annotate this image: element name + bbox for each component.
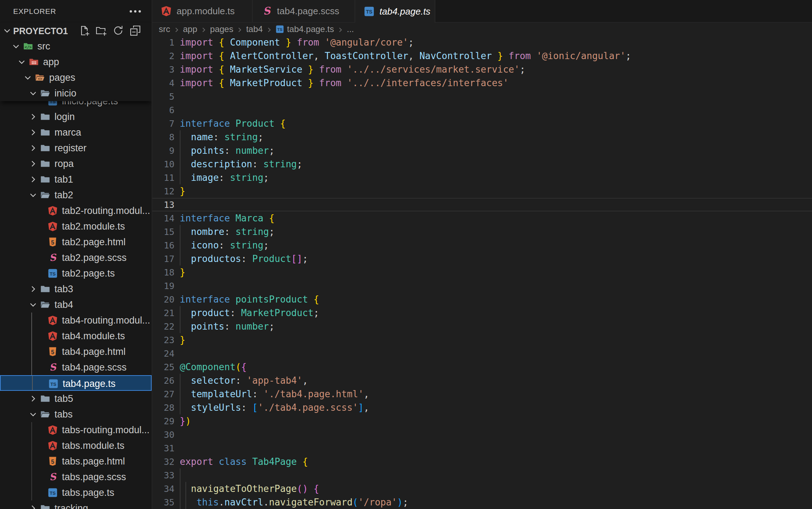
tree-item-tab4[interactable]: tab4 bbox=[0, 297, 152, 313]
line-number: 9 bbox=[152, 146, 174, 156]
code-text: import { Component } from '@angular/core… bbox=[180, 37, 414, 48]
tree-item-login[interactable]: login bbox=[0, 109, 152, 125]
line-number: 4 bbox=[152, 78, 174, 88]
breadcrumb-item-...[interactable]: ... bbox=[347, 24, 354, 34]
tree-item-tab4.module.ts[interactable]: tab4.module.ts bbox=[0, 328, 152, 344]
breadcrumb-item-src[interactable]: src bbox=[159, 24, 170, 34]
tree-item-tab4.page.ts[interactable]: TStab4.page.ts bbox=[0, 375, 152, 391]
tree-item-tab2.module.ts[interactable]: tab2.module.ts bbox=[0, 219, 152, 234]
breadcrumb-item-pages[interactable]: pages bbox=[210, 24, 233, 34]
tree-item-tab2.page.ts[interactable]: TStab2.page.ts bbox=[0, 266, 152, 281]
indent-guide bbox=[180, 320, 180, 333]
code-line-34: 34 navigateToOtherPage() { bbox=[152, 482, 812, 495]
tree-item-tracking[interactable]: tracking bbox=[0, 500, 152, 509]
code-text: interface pointsProduct { bbox=[180, 294, 319, 305]
code-line-19: 19 bbox=[152, 279, 812, 293]
chevron-down-icon bbox=[11, 42, 21, 51]
svg-text:TS: TS bbox=[50, 271, 56, 277]
line-number: 20 bbox=[152, 294, 174, 305]
tree-item-app[interactable]: app bbox=[0, 54, 152, 70]
pages-folder-icon: <> bbox=[35, 73, 45, 83]
code-text: productos: Product[]; bbox=[180, 253, 308, 264]
line-number: 30 bbox=[152, 430, 174, 440]
breadcrumb-item-tab4.page.ts[interactable]: TStab4.page.ts bbox=[276, 24, 334, 34]
tree-item-inicio[interactable]: inicio bbox=[0, 85, 152, 101]
tree-item-tabs.page.scss[interactable]: Stabs.page.scss bbox=[0, 469, 152, 485]
line-number: 34 bbox=[152, 484, 174, 494]
tree-item-tab4-routing.modul...[interactable]: tab4-routing.modul... bbox=[0, 313, 152, 328]
indent-guide bbox=[185, 482, 186, 495]
ng-file-icon bbox=[48, 425, 58, 435]
tree-item-tabs.page.ts[interactable]: TStabs.page.ts bbox=[0, 485, 152, 500]
tree-item-tab4.page.scss[interactable]: Stab4.page.scss bbox=[0, 360, 152, 375]
tree-item-label: pages bbox=[49, 72, 75, 83]
tree-item-tab2.page.html[interactable]: 5tab2.page.html bbox=[0, 234, 152, 250]
code-editor[interactable]: 1import { Component } from '@angular/cor… bbox=[152, 36, 812, 509]
chevron-right-icon bbox=[28, 159, 38, 168]
tree-item-label: marca bbox=[54, 127, 81, 138]
tree-item-tabs[interactable]: tabs bbox=[0, 406, 152, 422]
tree-item-register[interactable]: register bbox=[0, 140, 152, 156]
html-file-icon: 5 bbox=[48, 456, 58, 466]
html-file-icon: 5 bbox=[48, 237, 58, 247]
chevron-down-icon bbox=[28, 89, 38, 98]
folder-folder-icon bbox=[40, 284, 50, 294]
tree-root-PROYECTO1[interactable]: PROYECTO1 bbox=[0, 23, 152, 38]
line-number: 31 bbox=[152, 443, 174, 453]
code-line-28: 28 styleUrls: ['./tab4.page.scss'], bbox=[152, 401, 812, 414]
tree-item-tabs.page.html[interactable]: 5tabs.page.html bbox=[0, 453, 152, 469]
code-text: name: string; bbox=[180, 132, 263, 142]
line-number: 11 bbox=[152, 173, 174, 183]
tree-item-label: tabs.page.html bbox=[62, 456, 125, 467]
more-actions-icon[interactable] bbox=[128, 6, 142, 17]
tree-item-tab3[interactable]: tab3 bbox=[0, 281, 152, 297]
indent-guide bbox=[180, 374, 180, 387]
tree-item-tab5[interactable]: tab5 bbox=[0, 391, 152, 406]
tab-tab4.page.scss[interactable]: Stab4.page.scss bbox=[253, 0, 355, 22]
code-line-9: 9 points: number; bbox=[152, 144, 812, 157]
tree-item-inicio.page.ts[interactable]: TSinicio.page.ts bbox=[0, 101, 152, 109]
code-text: } bbox=[180, 186, 185, 196]
code-line-35: 35 this.navCtrl.navigateForward('/ropa')… bbox=[152, 495, 812, 509]
tree-item-label: inicio.page.ts bbox=[62, 101, 118, 107]
code-line-2: 2import { AlertController, ToastControll… bbox=[152, 49, 812, 63]
line-number: 33 bbox=[152, 470, 174, 481]
tree-item-pages[interactable]: <>pages bbox=[0, 70, 152, 85]
line-number: 13 bbox=[152, 200, 174, 210]
tree-item-tab2.page.scss[interactable]: Stab2.page.scss bbox=[0, 250, 152, 266]
tree-item-tab4.page.html[interactable]: 5tab4.page.html bbox=[0, 344, 152, 360]
tree-item-ropa[interactable]: ropa bbox=[0, 156, 152, 172]
new-file-icon[interactable] bbox=[78, 25, 90, 36]
refresh-icon[interactable] bbox=[112, 25, 124, 36]
tree-item-tab2[interactable]: tab2 bbox=[0, 187, 152, 203]
line-number: 1 bbox=[152, 37, 174, 48]
tree-item-src[interactable]: </>src bbox=[0, 38, 152, 54]
tree-item-tabs.module.ts[interactable]: tabs.module.ts bbox=[0, 438, 152, 453]
line-number: 25 bbox=[152, 362, 174, 372]
tab-tab4.page.ts[interactable]: TStab4.page.ts bbox=[355, 0, 435, 23]
ng-file-icon bbox=[48, 221, 58, 231]
chevron-right-icon bbox=[173, 26, 180, 33]
collapse-all-icon[interactable] bbox=[130, 25, 141, 36]
tab-app.module.ts[interactable]: app.module.ts bbox=[152, 0, 253, 22]
svg-text:5: 5 bbox=[51, 459, 54, 465]
breadcrumb-item-app[interactable]: app bbox=[183, 24, 197, 34]
indent-guide bbox=[180, 130, 180, 144]
indent-guide bbox=[31, 328, 32, 344]
code-text: nombre: string; bbox=[180, 226, 274, 237]
code-line-8: 8 name: string; bbox=[152, 130, 812, 144]
new-folder-icon[interactable] bbox=[95, 25, 107, 36]
folder-folder-icon bbox=[40, 394, 50, 404]
breadcrumb-item-tab4[interactable]: tab4 bbox=[246, 24, 263, 34]
code-text: description: string; bbox=[180, 159, 302, 169]
svg-text:<>: <> bbox=[38, 77, 43, 81]
partially-hidden-tree-item[interactable]: TSinicio.page.ts bbox=[0, 101, 152, 109]
indent-guide bbox=[180, 306, 180, 320]
tree-item-tab1[interactable]: tab1 bbox=[0, 172, 152, 187]
line-number: 35 bbox=[152, 497, 174, 508]
tree-item-tab2-routing.modul...[interactable]: tab2-routing.modul... bbox=[0, 203, 152, 219]
svg-text:5: 5 bbox=[51, 240, 54, 246]
tree-item-tabs-routing.modul...[interactable]: tabs-routing.modul... bbox=[0, 422, 152, 438]
tree-item-label: tab2.module.ts bbox=[62, 221, 125, 232]
tree-item-marca[interactable]: marca bbox=[0, 125, 152, 140]
